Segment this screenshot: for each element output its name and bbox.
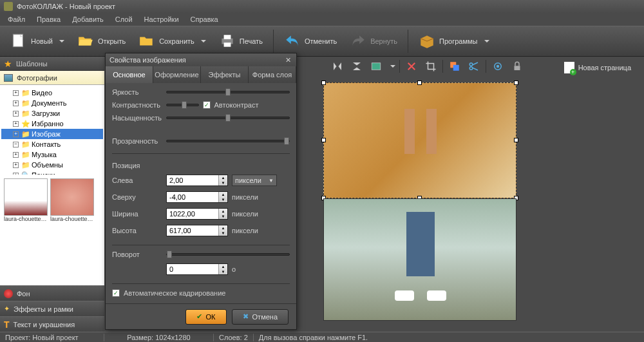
left-input[interactable]: 2,00▲▼ <box>166 175 228 186</box>
menu-file[interactable]: Файл <box>3 14 30 25</box>
brightness-label: Яркость <box>112 88 162 96</box>
tree-item-search[interactable]: +🔍Поиски <box>1 170 103 175</box>
layers-icon[interactable] <box>447 59 462 74</box>
lock-icon[interactable] <box>509 59 525 74</box>
canvas[interactable] <box>323 82 516 321</box>
rotation-slider[interactable] <box>166 253 290 256</box>
new-button[interactable]: Новый <box>5 30 70 52</box>
accordion-text[interactable]: TТекст и украшения <box>0 316 104 332</box>
main-toolbar: Новый Открыть Сохранить Печать Отменить … <box>0 26 644 57</box>
check-icon: ✔ <box>196 312 202 321</box>
canvas-image-2[interactable] <box>323 198 516 321</box>
svg-rect-11 <box>515 66 520 70</box>
flip-v-icon[interactable] <box>349 59 365 74</box>
cancel-button[interactable]: ✖Отмена <box>232 309 289 325</box>
print-button[interactable]: Печать <box>214 30 268 52</box>
rotation-label: Поворот <box>112 251 162 258</box>
printer-icon <box>219 33 236 50</box>
wand-icon: ✦ <box>4 305 10 313</box>
open-button[interactable]: Открыть <box>72 30 131 52</box>
tree-item-documents[interactable]: +📁Документь <box>1 98 103 108</box>
folder-tree[interactable]: +📁Видео +📁Документь +📁Загрузки +⭐Избранн… <box>0 85 104 175</box>
tree-item-downloads[interactable]: +📁Загрузки <box>1 108 103 119</box>
chevron-down-icon[interactable] <box>390 65 395 68</box>
tab-shape[interactable]: Форма слоя <box>249 66 296 83</box>
contrast-label: Контрастность <box>112 101 162 109</box>
delete-icon[interactable] <box>404 59 419 74</box>
photos-tab[interactable]: Фотографии <box>0 71 104 85</box>
opacity-slider[interactable] <box>166 140 290 142</box>
svg-rect-3 <box>223 43 231 47</box>
window-title: ФотоКОЛЛАЖ - Новый проект <box>17 3 115 10</box>
position-label: Позиция <box>112 162 290 169</box>
toolbar-separator <box>273 30 274 53</box>
thumbnail-item[interactable]: laura-chouette-KA... <box>4 178 48 222</box>
width-input[interactable]: 1022,00▲▼ <box>166 208 228 220</box>
tab-main[interactable]: Основное <box>106 66 153 83</box>
gear-icon[interactable] <box>490 59 506 74</box>
accordion-background[interactable]: Фон <box>0 285 104 301</box>
tree-item-favorites[interactable]: +⭐Избранно <box>1 119 103 129</box>
chevron-down-icon <box>59 40 64 43</box>
tab-effects[interactable]: Эффекты <box>201 66 249 83</box>
svg-rect-6 <box>453 65 459 71</box>
tree-item-images[interactable]: +📁Изображ <box>1 129 103 139</box>
flip-h-icon[interactable] <box>330 59 345 74</box>
photo-icon <box>4 74 13 82</box>
svg-point-8 <box>469 67 473 70</box>
opacity-label: Прозрачность <box>112 137 162 145</box>
tab-style[interactable]: Оформление <box>153 66 201 83</box>
unit-select[interactable]: пиксели▼ <box>232 175 277 186</box>
chevron-down-icon <box>484 40 489 43</box>
box-icon <box>419 33 435 50</box>
saturation-slider[interactable] <box>166 117 290 119</box>
menu-settings[interactable]: Настройки <box>139 14 184 25</box>
toolbar-separator <box>408 30 408 53</box>
rotation-input[interactable]: 0▲▼ <box>166 263 228 275</box>
ok-button[interactable]: ✔ОК <box>185 309 227 325</box>
brightness-slider[interactable] <box>166 91 290 93</box>
text-icon: T <box>4 319 10 330</box>
thumbnail-grid: laura-chouette-KA... laura-chouette-... … <box>0 175 104 285</box>
menu-add[interactable]: Добавить <box>67 14 109 25</box>
undo-arrow-icon <box>284 33 301 50</box>
statusbar: Проект: Новый проект Размер: 1024x1280 С… <box>0 332 644 342</box>
autocontrast-checkbox[interactable]: ✓ <box>203 101 211 109</box>
autocrop-checkbox[interactable]: ✓ <box>112 289 120 297</box>
tree-item-contacts[interactable]: −📁Контакть <box>1 139 103 149</box>
plus-page-icon: + <box>564 62 574 73</box>
new-page-button[interactable]: + Новая страница <box>558 59 638 76</box>
save-button[interactable]: Сохранить <box>133 30 211 52</box>
folder-open-icon <box>77 33 94 50</box>
canvas-image-1[interactable] <box>323 82 516 198</box>
redo-button[interactable]: Вернуть <box>345 30 402 52</box>
redo-arrow-icon <box>350 33 366 50</box>
undo-button[interactable]: Отменить <box>279 30 342 52</box>
scissors-icon[interactable] <box>466 59 482 74</box>
new-file-icon <box>10 33 27 50</box>
chevron-down-icon <box>201 40 206 43</box>
thumbnail-item[interactable]: laura-chouette-... K... <box>50 178 94 222</box>
height-input[interactable]: 617,00▲▼ <box>166 225 228 236</box>
svg-point-7 <box>469 63 473 66</box>
tree-item-volume[interactable]: +📁Объемны <box>1 160 103 170</box>
close-icon[interactable]: ✕ <box>283 55 292 64</box>
tree-item-music[interactable]: +📁Музыка <box>1 149 103 160</box>
contrast-slider[interactable] <box>166 104 199 106</box>
svg-rect-4 <box>372 63 381 70</box>
menubar: Файл Правка Добавить Слой Настройки Спра… <box>0 13 644 26</box>
top-input[interactable]: -4,00▲▼ <box>166 191 228 203</box>
sphere-icon <box>4 289 13 298</box>
tree-item-video[interactable]: +📁Видео <box>1 88 103 98</box>
programs-button[interactable]: Программы <box>413 30 494 52</box>
crop-icon[interactable] <box>423 59 439 74</box>
accordion-effects[interactable]: ✦Эффекты и рамки <box>0 301 104 316</box>
image-icon[interactable] <box>368 59 384 74</box>
menu-edit[interactable]: Правка <box>32 14 66 25</box>
saturation-label: Насыщенность <box>112 114 162 122</box>
image-properties-dialog: Свойства изображения ✕ Основное Оформлен… <box>105 53 297 330</box>
menu-layer[interactable]: Слой <box>110 14 138 25</box>
templates-header[interactable]: ★ Шаблоны <box>0 57 104 71</box>
dialog-titlebar[interactable]: Свойства изображения ✕ <box>106 53 296 66</box>
menu-help[interactable]: Справка <box>185 14 223 25</box>
